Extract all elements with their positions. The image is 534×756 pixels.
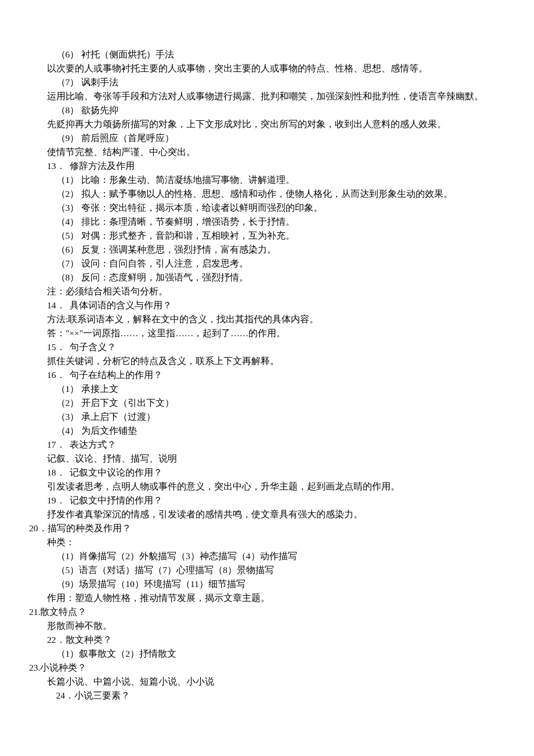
text-line: 16． 句子在结构上的作用？: [29, 368, 505, 382]
text-line: （5）语言（对话）描写（7）心理描写（8）景物描写: [29, 563, 505, 577]
text-line: （1） 承接上文: [29, 382, 505, 396]
text-line: 21.散文特点？: [29, 605, 505, 619]
text-line: 以次要的人或事物衬托主要的人或事物，突出主要的人或事物的特点、性格、思想、感情等…: [29, 62, 505, 75]
text-line: 14． 具体词语的含义与作用？: [29, 298, 505, 312]
document-body: （6） 衬托（侧面烘托）手法以次要的人或事物衬托主要的人或事物，突出主要的人或事…: [0, 0, 534, 726]
text-line: 种类：: [29, 535, 505, 549]
text-line: 作用：塑造人物性格，推动情节发展，揭示文章主题。: [29, 591, 505, 605]
text-line: 22．散文种类？: [29, 633, 505, 647]
text-line: 抒发作者真挚深沉的情感，引发读者的感情共鸣，使文章具有强大的感染力。: [29, 507, 505, 521]
text-line: （1）叙事散文（2）抒情散文: [29, 647, 505, 661]
text-line: （7） 设问：自问自答，引人注意，启发思考。: [29, 257, 505, 271]
text-line: 方法:联系词语本义，解释在文中的含义，找出其指代的具体内容。: [29, 312, 505, 326]
text-line: 使情节完整、结构严谨、中心突出。: [29, 145, 505, 159]
text-line: （4） 为后文作铺垫: [29, 424, 505, 438]
text-line: （8） 欲扬先抑: [29, 103, 505, 117]
text-line: 先贬抑再大力颂扬所描写的对象，上下文形成对比，突出所写的对象，收到出人意料的感人…: [29, 117, 505, 131]
text-line: 注：必须结合相关语句分析。: [29, 285, 505, 298]
text-line: （1）肖像描写（2）外貌描写（3）神态描写（4）动作描写: [29, 549, 505, 563]
text-line: （4） 排比：条理清晰，节奏鲜明，增强语势，长于抒情。: [29, 215, 505, 229]
text-line: 记叙、议论、抒情、描写、说明: [29, 452, 505, 466]
text-line: （9） 前后照应（首尾呼应）: [29, 131, 505, 145]
text-line: （2） 拟人：赋予事物以人的性格、思想、感情和动作，使物人格化，从而达到形象生动…: [29, 187, 505, 201]
text-line: 23.小说种类？: [29, 661, 505, 675]
text-line: （6） 反复：强调某种意思，强烈抒情，富有感染力。: [29, 243, 505, 257]
text-line: 17． 表达方式？: [29, 438, 505, 452]
text-line: （8） 反问：态度鲜明，加强语气，强烈抒情。: [29, 271, 505, 285]
text-line: 抓住关键词，分析它的特点及含义，联系上下文再解释。: [29, 354, 505, 368]
text-line: 20．描写的种类及作用？: [29, 521, 505, 535]
text-line: 18． 记叙文中议论的作用？: [29, 466, 505, 480]
text-line: （1） 比喻：形象生动、简洁凝练地描写事物、讲解道理。: [29, 173, 505, 187]
text-line: （9）场景描写（10）环境描写（11）细节描写: [29, 577, 505, 591]
text-line: （2） 开启下文（引出下文）: [29, 396, 505, 410]
text-line: 19． 记叙文中抒情的作用？: [29, 494, 505, 507]
text-line: （3） 承上启下（过渡）: [29, 410, 505, 424]
text-line: （7） 讽刺手法: [29, 75, 505, 89]
text-line: 长篇小说、中篇小说、短篇小说、小小说: [29, 675, 505, 689]
text-line: 引发读者思考，点明人物或事件的意义，突出中心，升华主题，起到画龙点睛的作用。: [29, 480, 505, 494]
text-line: （3） 夸张：突出特征，揭示本质，给读者以鲜明而强烈的印象。: [29, 201, 505, 215]
text-line: 运用比喻、夸张等手段和方法对人或事物进行揭露、批判和嘲笑，加强深刻性和批判性，使…: [29, 89, 505, 103]
text-line: 15． 句子含义？: [29, 340, 505, 354]
text-line: 形散而神不散。: [29, 619, 505, 633]
text-line: （5） 对偶：形式整齐，音韵和谐，互相映衬，互为补充。: [29, 229, 505, 243]
text-line: 答："××"一词原指……，这里指……，起到了……的作用。: [29, 326, 505, 340]
text-line: 13． 修辞方法及作用: [29, 159, 505, 173]
text-line: 24．小说三要素？: [29, 689, 505, 703]
text-line: （6） 衬托（侧面烘托）手法: [29, 48, 505, 62]
